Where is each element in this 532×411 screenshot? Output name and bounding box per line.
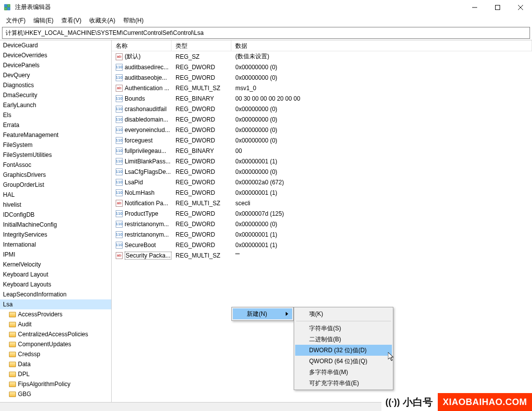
col-data[interactable]: 数据 bbox=[231, 40, 532, 51]
tree-item[interactable]: DevQuery bbox=[0, 70, 111, 80]
ctxitem-new[interactable]: 新建(N) bbox=[233, 308, 292, 319]
tree-item[interactable]: AccessProviders bbox=[0, 309, 111, 319]
tree-item[interactable]: HAL bbox=[0, 190, 111, 200]
tree-item[interactable]: Errata bbox=[0, 120, 111, 130]
tree-item[interactable]: DmaSecurity bbox=[0, 90, 111, 100]
tree-item[interactable]: GBG bbox=[0, 389, 111, 399]
value-type: REG_DWORD bbox=[172, 242, 231, 249]
tree-item[interactable]: DeviceGuard bbox=[0, 40, 111, 50]
col-type[interactable]: 类型 bbox=[172, 40, 231, 51]
tree-item[interactable]: Audit bbox=[0, 319, 111, 329]
tree-item[interactable]: hivelist bbox=[0, 200, 111, 210]
value-row[interactable]: 110BoundsREG_BINARY00 30 00 00 00 20 00 … bbox=[112, 93, 532, 104]
tree-item-label: CentralizedAccessPolicies bbox=[18, 331, 88, 338]
value-row[interactable]: abNotification Pa...REG_MULTI_SZscecli bbox=[112, 198, 532, 208]
ctxitem-string[interactable]: 字符串值(S) bbox=[295, 323, 392, 334]
menubar: 文件(F) 编辑(E) 查看(V) 收藏夹(A) 帮助(H) bbox=[0, 15, 532, 26]
value-row[interactable]: 110LsaCfgFlagsDe...REG_DWORD0x00000000 (… bbox=[112, 166, 532, 177]
value-row[interactable]: 110crashonauditfailREG_DWORD0x00000000 (… bbox=[112, 104, 532, 114]
value-row[interactable]: 110auditbasedirec...REG_DWORD0x00000000 … bbox=[112, 62, 532, 72]
maximize-button[interactable] bbox=[486, 0, 509, 15]
tree-item[interactable]: Lsa bbox=[0, 299, 111, 309]
value-row[interactable]: 110LsaPidREG_DWORD0x000002a0 (672) bbox=[112, 177, 532, 187]
ctxitem-key[interactable]: 项(K) bbox=[295, 308, 392, 319]
context-submenu-new[interactable]: 项(K) 字符串值(S) 二进制值(B) DWORD (32 位)值(D) QW… bbox=[294, 307, 393, 390]
value-row[interactable]: abSecurity Packa...REG_MULTI_SZ"" bbox=[112, 250, 532, 261]
col-name[interactable]: 名称 bbox=[112, 40, 172, 51]
value-row[interactable]: 110ProductTypeREG_DWORD0x0000007d (125) bbox=[112, 208, 532, 219]
tree-item-label: GroupOrderList bbox=[3, 181, 44, 188]
tree-item[interactable]: LeapSecondInformation bbox=[0, 289, 111, 299]
tree-item[interactable]: Data bbox=[0, 359, 111, 369]
tree-item[interactable]: IntegrityServices bbox=[0, 230, 111, 240]
tree-item[interactable]: ComponentUpdates bbox=[0, 339, 111, 349]
value-row[interactable]: 110everyoneinclud...REG_DWORD0x00000000 … bbox=[112, 125, 532, 135]
tree-item-label: FontAssoc bbox=[3, 161, 31, 168]
value-row[interactable]: 110SecureBootREG_DWORD0x00000001 (1) bbox=[112, 240, 532, 250]
tree-item[interactable]: DeviceOverrides bbox=[0, 50, 111, 60]
value-row[interactable]: 110auditbaseobje...REG_DWORD0x00000000 (… bbox=[112, 72, 532, 83]
value-row[interactable]: 110restrictanonym...REG_DWORD0x00000000 … bbox=[112, 219, 532, 229]
ctxitem-dword[interactable]: DWORD (32 位)值(D) bbox=[295, 345, 392, 356]
tree-item[interactable]: IDConfigDB bbox=[0, 210, 111, 220]
chevron-right-icon bbox=[286, 312, 288, 316]
regedit-icon bbox=[4, 3, 12, 11]
tree-item[interactable]: International bbox=[0, 240, 111, 250]
value-row[interactable]: 110NoLmHashREG_DWORD0x00000001 (1) bbox=[112, 187, 532, 198]
tree-item[interactable]: GraphicsDrivers bbox=[0, 170, 111, 180]
tree-item[interactable]: FipsAlgorithmPolicy bbox=[0, 379, 111, 389]
ctxitem-binary-label: 二进制值(B) bbox=[309, 335, 341, 344]
value-name: restrictanonym... bbox=[125, 221, 169, 228]
menu-view[interactable]: 查看(V) bbox=[57, 15, 85, 26]
ctxitem-expandstring[interactable]: 可扩充字符串值(E) bbox=[295, 378, 392, 389]
tree-item[interactable]: FileSystemUtilities bbox=[0, 150, 111, 160]
tree-item[interactable]: Keyboard Layouts bbox=[0, 279, 111, 289]
tree-item[interactable]: Credssp bbox=[0, 349, 111, 359]
value-row[interactable]: 110disabledomain...REG_DWORD0x00000000 (… bbox=[112, 114, 532, 125]
ctxitem-multistring[interactable]: 多字符串值(M) bbox=[295, 367, 392, 378]
menu-edit[interactable]: 编辑(E) bbox=[29, 15, 57, 26]
value-type: REG_MULTI_SZ bbox=[172, 200, 231, 207]
value-type: REG_MULTI_SZ bbox=[172, 252, 231, 259]
menu-help[interactable]: 帮助(H) bbox=[119, 15, 148, 26]
value-row[interactable]: ab(默认)REG_SZ(数值未设置) bbox=[112, 51, 532, 62]
tree-item[interactable]: IPMI bbox=[0, 250, 111, 260]
ctxitem-binary[interactable]: 二进制值(B) bbox=[295, 334, 392, 345]
tree-item[interactable]: DevicePanels bbox=[0, 60, 111, 70]
tree-item[interactable]: FontAssoc bbox=[0, 160, 111, 170]
tree-item[interactable]: KernelVelocity bbox=[0, 260, 111, 270]
tree-pane[interactable]: DeviceGuardDeviceOverridesDevicePanelsDe… bbox=[0, 40, 112, 402]
tree-item[interactable]: Diagnostics bbox=[0, 80, 111, 90]
tree-item[interactable]: EarlyLaunch bbox=[0, 100, 111, 110]
value-name: SecureBoot bbox=[125, 242, 156, 249]
value-row[interactable]: abAuthentication ...REG_MULTI_SZmsv1_0 bbox=[112, 83, 532, 93]
ctxitem-qword[interactable]: QWORD (64 位)值(Q) bbox=[295, 356, 392, 367]
tree-item[interactable]: Keyboard Layout bbox=[0, 270, 111, 279]
tree-item[interactable]: DPL bbox=[0, 369, 111, 379]
value-name: restrictanonym... bbox=[125, 231, 169, 238]
menu-file[interactable]: 文件(F) bbox=[2, 15, 29, 26]
list-pane[interactable]: 名称 类型 数据 ab(默认)REG_SZ(数值未设置)110auditbase… bbox=[112, 40, 532, 402]
tree-item[interactable]: Els bbox=[0, 110, 111, 120]
menu-favorites[interactable]: 收藏夹(A) bbox=[85, 15, 119, 26]
value-data: 0x00000000 (0) bbox=[231, 106, 532, 113]
tree-item[interactable]: FileSystem bbox=[0, 140, 111, 150]
context-menu-new[interactable]: 新建(N) bbox=[231, 307, 294, 321]
tree-item-label: Errata bbox=[3, 122, 19, 129]
value-type: REG_DWORD bbox=[172, 74, 231, 81]
address-bar[interactable] bbox=[2, 27, 530, 39]
binary-value-icon: 110 bbox=[116, 168, 123, 175]
tree-item-label: IPMI bbox=[3, 251, 15, 258]
address-input[interactable] bbox=[4, 29, 528, 37]
value-row[interactable]: 110forceguestREG_DWORD0x00000000 (0) bbox=[112, 135, 532, 145]
binary-value-icon: 110 bbox=[116, 221, 123, 228]
tree-item[interactable]: GroupOrderList bbox=[0, 180, 111, 190]
minimize-button[interactable] bbox=[463, 0, 486, 15]
close-button[interactable] bbox=[509, 0, 532, 15]
tree-item[interactable]: FeatureManagement bbox=[0, 130, 111, 140]
tree-item[interactable]: InitialMachineConfig bbox=[0, 220, 111, 230]
value-row[interactable]: 110fullprivilegeau...REG_BINARY00 bbox=[112, 145, 532, 156]
value-row[interactable]: 110restrictanonym...REG_DWORD0x00000001 … bbox=[112, 229, 532, 240]
tree-item[interactable]: CentralizedAccessPolicies bbox=[0, 329, 111, 339]
value-row[interactable]: 110LimitBlankPass...REG_DWORD0x00000001 … bbox=[112, 156, 532, 166]
